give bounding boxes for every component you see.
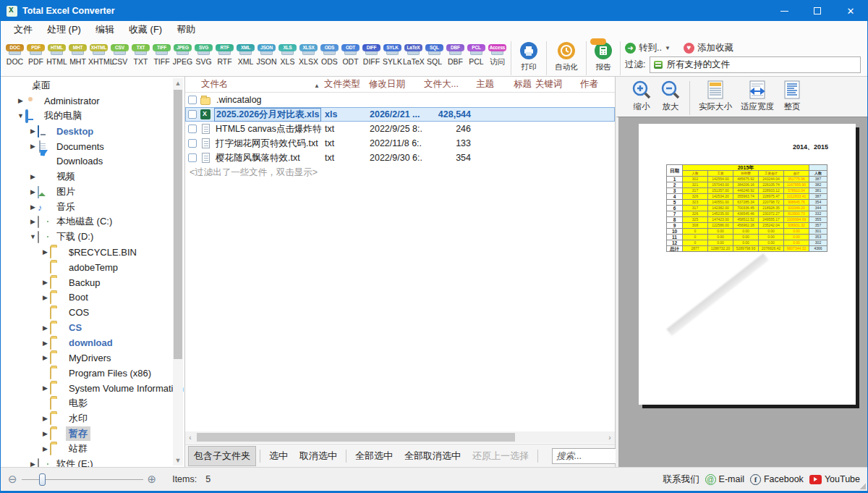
checkbox[interactable] [188,139,197,148]
convert-to-访问-button[interactable]: Access访问 [487,41,508,67]
chevron-right-icon[interactable]: ▶ [28,127,38,135]
convert-to-XLSX-button[interactable]: XLSXXLSX [298,41,319,67]
action-button-选中[interactable]: 选中 [264,447,293,465]
zoom-slider-handle[interactable] [39,473,46,486]
tree-item-站群[interactable]: ▶站群 [1,441,173,456]
column-header-文件名[interactable]: 文件名▲ [185,78,321,90]
chevron-down-icon[interactable]: ▼ [28,233,38,240]
convert-to-SVG-button[interactable]: SVGSVG [193,41,214,67]
chevron-right-icon[interactable]: ▶ [41,248,50,256]
scroll-right-icon[interactable]: › [605,434,615,442]
column-header-文件大...[interactable]: 文件大... [421,78,473,90]
filter-dropdown[interactable]: 所有支持的文件 [650,56,861,73]
tree-item-download[interactable]: ▶download [1,335,173,350]
automate-button[interactable]: 自动化 [550,41,583,72]
maximize-button[interactable] [801,1,834,21]
zoom-in-circle-icon[interactable]: ⊕ [148,473,157,486]
scroll-down-icon[interactable]: ▼ [173,455,183,465]
chevron-right-icon[interactable]: ▶ [41,279,50,286]
tree-item-下载 (D:)[interactable]: ▼下载 (D:) [1,229,173,245]
status-link-Facebook[interactable]: fFacebook [750,474,804,485]
convert-to-PDF-button[interactable]: PDFPDF [25,41,46,67]
convert-to-ODT-button[interactable]: ODTODT [340,41,361,67]
preview-实际大小-button[interactable]: 实际大小 [694,80,736,112]
scroll-up-icon[interactable]: ▲ [173,78,183,88]
tree-item-$RECYCLE.BIN[interactable]: ▶$RECYCLE.BIN [1,245,173,260]
status-link-联系我们[interactable]: 联系我们 [663,473,699,486]
file-row[interactable]: HTML5 canvas点击爆炸特...txt2022/9/25 8:...24… [185,122,615,136]
resize-grip[interactable] [860,484,866,489]
convert-to-JPEG-button[interactable]: JPEGJPEG [172,41,193,67]
tree-item-桌面[interactable]: 桌面 [1,78,173,93]
chevron-right-icon[interactable]: ▶ [41,354,50,361]
checkbox[interactable] [188,96,197,104]
column-header-关键词[interactable]: 关键词 [532,78,577,90]
chevron-right-icon[interactable]: ▶ [28,188,38,195]
menu-item-编辑[interactable]: 编辑 [88,21,122,38]
column-header-标题[interactable]: 标题 [511,78,532,90]
action-button-全部取消选中[interactable]: 全部取消选中 [399,447,466,465]
minimize-button[interactable] [767,1,801,21]
convert-to-HTML-button[interactable]: HTMLHTML [46,41,67,67]
menu-item-处理 (P)[interactable]: 处理 (P) [40,21,88,38]
tree-item-MyDrivers[interactable]: ▶MyDrivers [1,350,173,366]
tree-item-Administrator[interactable]: ▶Administrator [1,93,173,109]
file-row[interactable]: 2025.2026分月对比表.xlsxls2026/2/21 ...428,54… [185,107,615,122]
chevron-right-icon[interactable]: ▶ [41,324,50,332]
column-header-文件类型[interactable]: 文件类型 [321,78,366,90]
column-header-修改日期[interactable]: 修改日期 [366,78,421,90]
chevron-down-icon[interactable]: ▼ [16,112,25,119]
tree-item-视频[interactable]: ▶视频 [1,169,173,184]
menu-item-文件[interactable]: 文件 [7,21,40,38]
convert-to-XML-button[interactable]: XMLXML [235,41,256,67]
chevron-right-icon[interactable]: ▶ [16,97,25,104]
goto-button[interactable]: ➜ 转到.. ▼ [625,42,671,54]
tree-item-Documents[interactable]: ▶Documents [1,139,173,154]
menu-item-收藏 (F)[interactable]: 收藏 (F) [122,21,169,38]
chevron-right-icon[interactable]: ▶ [41,340,50,347]
file-row[interactable]: .wincatalog [185,93,615,107]
tree-item-Downloads[interactable]: Downloads [1,153,173,169]
tree-item-Boot[interactable]: ▶Boot [1,290,173,305]
tree-item-Backup[interactable]: ▶Backup [1,275,173,290]
tree-item-Desktop[interactable]: ▶Desktop [1,124,173,139]
convert-to-DOC-button[interactable]: DOCDOC [4,41,25,67]
menu-item-帮助[interactable]: 帮助 [169,21,203,38]
file-row[interactable]: 樱花随风飘落特效.txttxt2022/9/30 6:...354 [185,151,615,165]
column-header-作者[interactable]: 作者 [577,78,611,90]
convert-to-MHT-button[interactable]: MHTMHT [67,41,88,67]
preview-缩小-button[interactable]: 缩小 [627,80,656,112]
convert-to-ODS-button[interactable]: ODSODS [319,41,340,67]
checkbox[interactable] [188,125,197,133]
chevron-right-icon[interactable]: ▶ [41,415,50,422]
tree-scrollbar-thumb[interactable] [174,90,182,359]
report-button[interactable]: 报告 [590,41,617,72]
tree-item-COS[interactable]: COS [1,305,173,320]
chevron-right-icon[interactable]: ▶ [28,203,38,211]
tree-item-我的电脑[interactable]: ▼我的电脑 [1,109,173,124]
chevron-right-icon[interactable]: ▶ [41,294,50,301]
print-button[interactable]: 打印 [514,41,543,72]
convert-to-TIFF-button[interactable]: TIFFTIFF [151,41,172,67]
convert-to-XLS-button[interactable]: XLSXLS [277,41,298,67]
convert-to-JSON-button[interactable]: JSONJSON [256,41,277,67]
tree-item-Program Files (x86)[interactable]: Program Files (x86) [1,366,173,381]
status-link-E-mail[interactable]: @E-mail [705,474,744,485]
preview-放大-button[interactable]: 放大 [656,80,685,112]
chevron-right-icon[interactable]: ▶ [28,143,38,150]
action-button-取消选中[interactable]: 取消选中 [294,447,342,465]
tree-scrollbar[interactable]: ▲ ▼ [173,78,183,465]
horizontal-scrollbar[interactable]: ‹ › [185,431,615,443]
tree-item-水印[interactable]: ▶水印 [1,411,173,426]
column-header-主题[interactable]: 主题 [473,78,511,90]
convert-to-DIFF-button[interactable]: DIFFDIFF [361,41,382,67]
chevron-right-icon[interactable]: ▶ [41,430,50,437]
chevron-right-icon[interactable]: ▶ [28,460,38,467]
action-button-全部选中[interactable]: 全部选中 [350,447,398,465]
tree-item-图片[interactable]: ▶图片 [1,184,173,199]
chevron-right-icon[interactable]: ▶ [28,173,38,180]
convert-to-XHTML-button[interactable]: XHTMLXHTML [88,41,109,67]
zoom-slider-track[interactable] [22,479,143,480]
convert-to-SYLK-button[interactable]: SYLKSYLK [382,41,403,67]
scroll-left-icon[interactable]: ‹ [185,434,195,442]
